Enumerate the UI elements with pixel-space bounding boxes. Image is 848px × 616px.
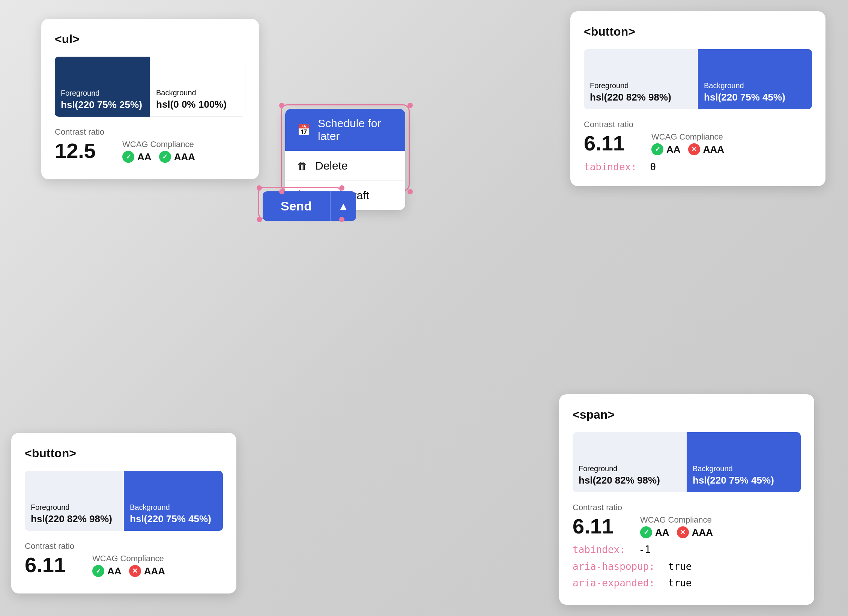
ul-aaa-label: AAA bbox=[174, 151, 195, 163]
dropdown-item-schedule-label: Schedule for later bbox=[318, 117, 393, 143]
span-aa-badge: ✓ AA bbox=[640, 526, 669, 538]
btn-bot-background-label: Background bbox=[130, 503, 217, 512]
corner-bl-dropdown bbox=[279, 189, 284, 194]
btn-top-aaa-label: AAA bbox=[703, 144, 724, 155]
btn-top-contrast-label: Contrast ratio bbox=[584, 120, 633, 129]
ul-metrics: Contrast ratio 12.5 WCAG Compliance ✓ AA… bbox=[55, 127, 245, 163]
btn-bot-aa-check: ✓ bbox=[92, 565, 104, 577]
ul-aa-check: ✓ bbox=[122, 151, 134, 163]
card-button-bottom-swatches: Foreground hsl(220 82% 98%) Background h… bbox=[25, 471, 223, 531]
btn-top-tabindex-label: tabindex: bbox=[584, 161, 637, 173]
card-ul-tag: <ul> bbox=[55, 32, 245, 46]
card-button-top: <button> Foreground hsl(220 82% 98%) Bac… bbox=[570, 11, 825, 186]
btn-bot-aa-label: AA bbox=[107, 565, 122, 577]
btn-top-contrast-value: 6.11 bbox=[584, 131, 633, 155]
ul-contrast-group: Contrast ratio 12.5 bbox=[55, 127, 104, 163]
span-aaa-badge: ✕ AAA bbox=[677, 526, 713, 538]
span-haspopup-value: true bbox=[668, 561, 692, 572]
trash-icon: 🗑 bbox=[297, 160, 308, 172]
span-background-value: hsl(220 75% 45%) bbox=[693, 475, 795, 486]
calendar-icon: 📅 bbox=[297, 124, 310, 136]
btn-bot-contrast-value: 6.11 bbox=[25, 553, 74, 577]
ul-foreground-swatch: Foreground hsl(220 75% 25%) bbox=[55, 57, 150, 117]
btn-bot-wcag-label: WCAG Compliance bbox=[92, 554, 165, 563]
dropdown-item-delete[interactable]: 🗑 Delete bbox=[285, 151, 405, 181]
span-expanded-row: aria-expanded: true bbox=[573, 575, 801, 591]
dropdown-item-schedule[interactable]: 📅 Schedule for later bbox=[285, 109, 405, 151]
btn-bot-foreground-swatch: Foreground hsl(220 82% 98%) bbox=[25, 471, 124, 531]
span-foreground-label: Foreground bbox=[579, 464, 681, 473]
btn-top-foreground-value: hsl(220 82% 98%) bbox=[590, 92, 692, 103]
btn-top-contrast-group: Contrast ratio 6.11 bbox=[584, 120, 633, 155]
btn-bot-wcag-row: ✓ AA ✕ AAA bbox=[92, 565, 165, 577]
corner-tl-dropdown bbox=[279, 103, 284, 108]
btn-bot-metrics: Contrast ratio 6.11 WCAG Compliance ✓ AA… bbox=[25, 541, 223, 577]
dropdown-item-delete-label: Delete bbox=[315, 159, 348, 172]
span-tabindex-label: tabindex: bbox=[573, 544, 625, 555]
ul-wcag-label: WCAG Compliance bbox=[122, 140, 195, 149]
ul-aa-label: AA bbox=[137, 151, 152, 163]
ul-background-label: Background bbox=[156, 89, 239, 97]
btn-top-background-label: Background bbox=[704, 81, 806, 90]
btn-bot-aaa-x: ✕ bbox=[129, 565, 141, 577]
btn-bot-aaa-label: AAA bbox=[144, 565, 165, 577]
btn-top-foreground-label: Foreground bbox=[590, 81, 692, 90]
ul-aa-badge: ✓ AA bbox=[122, 151, 152, 163]
card-button-top-tag: <button> bbox=[584, 25, 812, 39]
caret-up-icon: ▲ bbox=[338, 200, 349, 212]
span-wcag-group: WCAG Compliance ✓ AA ✕ AAA bbox=[640, 515, 713, 538]
span-aria-rows: tabindex: -1 aria-haspopup: true aria-ex… bbox=[573, 541, 801, 591]
corner-tr-dropdown bbox=[407, 103, 413, 108]
btn-top-tabindex-value: 0 bbox=[650, 161, 656, 173]
send-button[interactable]: Send bbox=[263, 191, 330, 221]
span-haspopup-row: aria-haspopup: true bbox=[573, 558, 801, 575]
btn-bot-background-swatch: Background hsl(220 75% 45%) bbox=[124, 471, 223, 531]
send-corner-br bbox=[339, 217, 344, 222]
span-aa-label: AA bbox=[655, 527, 669, 538]
span-wcag-row: ✓ AA ✕ AAA bbox=[640, 526, 713, 538]
btn-top-aa-label: AA bbox=[666, 144, 681, 155]
card-ul: <ul> Foreground hsl(220 75% 25%) Backgro… bbox=[41, 19, 259, 179]
btn-bot-aa-badge: ✓ AA bbox=[92, 565, 122, 577]
card-span-tag: <span> bbox=[573, 408, 801, 422]
btn-bot-contrast-label: Contrast ratio bbox=[25, 541, 74, 551]
card-ul-swatches: Foreground hsl(220 75% 25%) Background h… bbox=[55, 57, 245, 117]
send-corner-bl bbox=[257, 217, 262, 222]
ul-aaa-badge: ✓ AAA bbox=[159, 151, 195, 163]
ul-contrast-label: Contrast ratio bbox=[55, 127, 104, 137]
send-corner-tr bbox=[339, 185, 344, 191]
span-metrics: Contrast ratio 6.11 WCAG Compliance ✓ AA… bbox=[573, 503, 801, 538]
span-background-swatch: Background hsl(220 75% 45%) bbox=[687, 432, 801, 492]
ul-background-swatch: Background hsl(0 0% 100%) bbox=[150, 57, 245, 117]
span-foreground-swatch: Foreground hsl(220 82% 98%) bbox=[573, 432, 687, 492]
ul-background-value: hsl(0 0% 100%) bbox=[156, 99, 239, 110]
span-haspopup-label: aria-haspopup: bbox=[573, 561, 655, 572]
btn-top-aa-badge: ✓ AA bbox=[651, 143, 681, 155]
btn-top-wcag-group: WCAG Compliance ✓ AA ✕ AAA bbox=[651, 132, 724, 155]
ul-contrast-value: 12.5 bbox=[55, 138, 104, 163]
btn-top-metrics: Contrast ratio 6.11 WCAG Compliance ✓ AA… bbox=[584, 120, 812, 155]
card-span: <span> Foreground hsl(220 82% 98%) Backg… bbox=[559, 394, 814, 605]
corner-br-dropdown bbox=[407, 189, 413, 194]
btn-bot-contrast-group: Contrast ratio 6.11 bbox=[25, 541, 74, 577]
ul-foreground-value: hsl(220 75% 25%) bbox=[61, 99, 144, 111]
ul-wcag-group: WCAG Compliance ✓ AA ✓ AAA bbox=[122, 140, 195, 163]
span-aaa-x: ✕ bbox=[677, 526, 689, 538]
ul-wcag-row: ✓ AA ✓ AAA bbox=[122, 151, 195, 163]
span-tabindex-row: tabindex: -1 bbox=[573, 541, 801, 558]
btn-bot-background-value: hsl(220 75% 45%) bbox=[130, 513, 217, 525]
span-wcag-label: WCAG Compliance bbox=[640, 515, 713, 525]
btn-bot-wcag-group: WCAG Compliance ✓ AA ✕ AAA bbox=[92, 554, 165, 577]
card-button-bottom: <button> Foreground hsl(220 82% 98%) Bac… bbox=[11, 433, 236, 593]
btn-top-tabindex-row: tabindex: 0 bbox=[584, 161, 812, 173]
btn-top-aa-check: ✓ bbox=[651, 143, 663, 155]
span-foreground-value: hsl(220 82% 98%) bbox=[579, 475, 681, 486]
send-caret-button[interactable]: ▲ bbox=[330, 191, 356, 221]
span-aa-check: ✓ bbox=[640, 526, 652, 538]
span-expanded-label: aria-expanded: bbox=[573, 577, 655, 589]
btn-top-background-value: hsl(220 75% 45%) bbox=[704, 92, 806, 103]
ul-foreground-label: Foreground bbox=[61, 89, 144, 98]
span-contrast-value: 6.11 bbox=[573, 514, 622, 538]
span-background-label: Background bbox=[693, 464, 795, 473]
btn-top-aaa-badge: ✕ AAA bbox=[688, 143, 724, 155]
